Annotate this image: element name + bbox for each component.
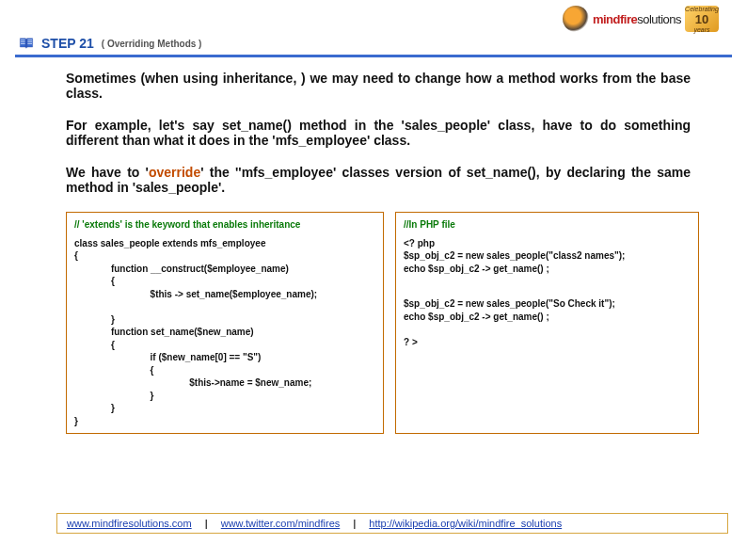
footer-link-site[interactable]: www.mindfiresolutions.com	[67, 518, 192, 529]
badge-bottom: years	[693, 26, 709, 33]
footer-link-twitter[interactable]: www.twitter.com/mindfires	[221, 518, 341, 529]
main-content: Sometimes (when using inheritance, ) we …	[66, 71, 691, 434]
svg-rect-2	[21, 43, 25, 44]
step-subtitle: ( Overriding Methods )	[102, 39, 202, 49]
footer-sep-2: |	[353, 518, 356, 529]
svg-rect-4	[27, 41, 32, 42]
brand-secondary: solutions	[637, 12, 681, 26]
badge-top: Celebrating	[685, 6, 719, 12]
footer-links: www.mindfiresolutions.com | www.twitter.…	[56, 513, 728, 534]
paragraph-1: Sometimes (when using inheritance, ) we …	[66, 71, 691, 101]
code-row: // 'extends' is the keyword that enables…	[66, 212, 691, 434]
slide-page: mindfiresolutions Celebrating 10 years S…	[0, 0, 747, 560]
book-icon	[19, 37, 34, 50]
svg-rect-0	[21, 40, 25, 40]
badge-years: 10	[695, 12, 708, 26]
code-comment-right: //In PHP file	[404, 218, 691, 232]
code-body-right-1: <? php $sp_obj_c2 = new sales_people("cl…	[404, 237, 691, 276]
para3-highlight: override	[149, 165, 200, 180]
svg-rect-1	[21, 41, 25, 42]
brand-name: mindfiresolutions	[593, 12, 681, 26]
footer-link-wiki[interactable]: http://wikipedia.org/wiki/mindfire_solut…	[369, 518, 562, 529]
svg-rect-3	[27, 40, 32, 40]
step-number: STEP 21	[41, 36, 94, 51]
step-header: STEP 21 ( Overriding Methods )	[19, 36, 728, 51]
code-body-right-3: ? >	[404, 336, 691, 349]
paragraph-2: For example, let's say set_name() method…	[66, 118, 691, 148]
svg-rect-5	[27, 43, 32, 44]
header-rule	[15, 55, 732, 57]
logo-text-block: mindfiresolutions	[593, 11, 681, 26]
code-box-class-def: // 'extends' is the keyword that enables…	[66, 212, 384, 434]
para3-pre: We have to '	[66, 165, 149, 180]
brand-header: mindfiresolutions Celebrating 10 years	[563, 6, 719, 32]
brand-primary: mindfire	[593, 12, 637, 26]
code-box-usage: //In PHP file <? php $sp_obj_c2 = new sa…	[395, 212, 699, 434]
logo-icon	[563, 6, 589, 32]
paragraph-3: We have to 'override' the ''mfs_employee…	[66, 165, 691, 195]
code-body-left: class sales_people extends mfs_employee …	[74, 237, 375, 428]
footer-sep-1: |	[205, 518, 208, 529]
anniversary-badge: Celebrating 10 years	[685, 6, 719, 32]
code-comment-left: // 'extends' is the keyword that enables…	[74, 218, 375, 232]
code-body-right-2: $sp_obj_c2 = new sales_people("So Check …	[404, 297, 691, 323]
